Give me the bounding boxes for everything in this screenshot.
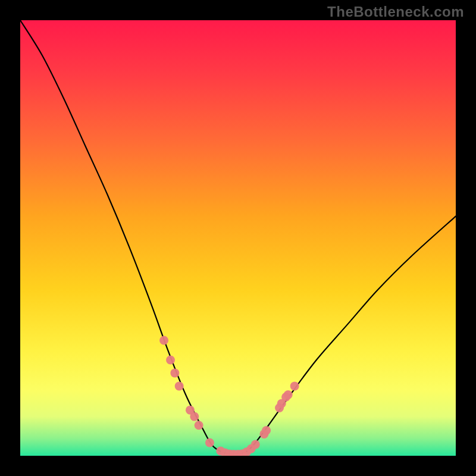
marker-dot	[262, 426, 271, 435]
marker-dot	[251, 440, 260, 449]
watermark-text: TheBottleneck.com	[327, 4, 464, 20]
marker-dot	[290, 381, 299, 390]
marker-dot	[195, 421, 203, 430]
marker-dot	[159, 336, 168, 345]
marker-dot	[175, 381, 184, 390]
marker-dot	[170, 368, 179, 377]
marker-dot	[190, 412, 199, 421]
marker-dot	[205, 439, 214, 447]
chart-frame: TheBottleneck.com	[0, 0, 476, 476]
marker-dot	[166, 355, 175, 364]
plot-area	[20, 20, 456, 456]
chart-svg	[20, 20, 456, 456]
gradient-background	[20, 20, 456, 456]
marker-dot	[284, 390, 293, 399]
